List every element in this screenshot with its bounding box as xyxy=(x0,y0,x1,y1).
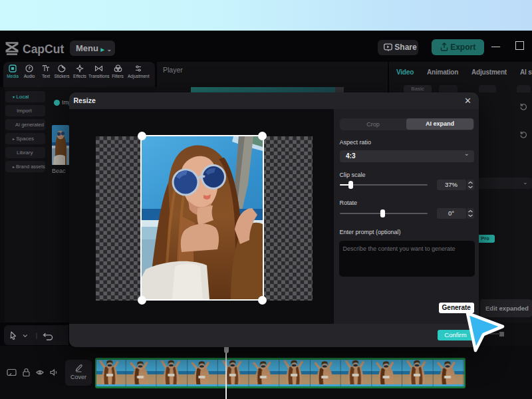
svg-text:CapCut: CapCut xyxy=(23,43,64,56)
